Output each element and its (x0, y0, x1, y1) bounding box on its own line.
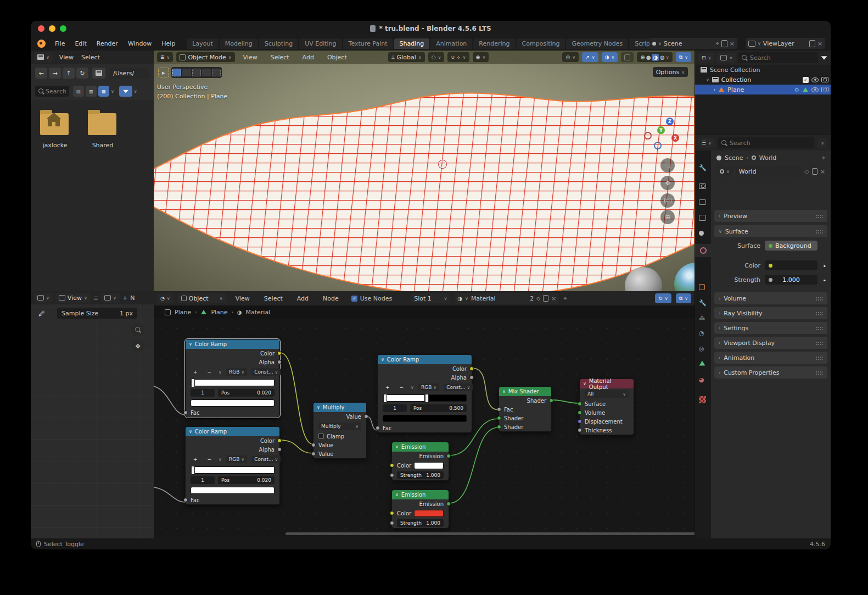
eyedropper-tool-icon[interactable]: 🖉 (38, 310, 45, 318)
camera-view-button[interactable] (660, 193, 675, 208)
vp-menu-object[interactable]: Object (322, 54, 352, 61)
filter-options-chevron[interactable]: ∨ (134, 89, 137, 94)
tab-physics-icon[interactable]: ◔ (699, 330, 707, 338)
move-view-button[interactable]: ✥ (660, 176, 675, 190)
shader-type-dropdown[interactable]: Object ∨ (178, 293, 226, 303)
display-horizontal-list-button[interactable]: ▥ (86, 86, 97, 97)
editor-type-shader[interactable]: ◔∨ (157, 293, 173, 303)
interpolation-dropdown[interactable]: Const...∨ (251, 455, 281, 463)
folder-item-jaxlocke[interactable]: jaxlocke (40, 113, 70, 149)
collapse-icon[interactable]: ∨ (189, 342, 192, 347)
wireframe-plane-mesh[interactable] (154, 51, 695, 291)
horizontal-scrollbar[interactable] (285, 532, 695, 535)
panel-animation[interactable]: ›Animation (714, 352, 827, 364)
add-stop-button[interactable]: + (191, 368, 200, 376)
panel-grip[interactable] (815, 312, 823, 315)
hide-viewport-icon[interactable] (811, 77, 819, 82)
close-window-button[interactable] (38, 25, 44, 32)
surface-shader-button[interactable]: Background (765, 241, 817, 251)
axis-z-ball[interactable]: Z (666, 118, 674, 125)
file-browser-canvas[interactable]: jaxlocke Shared (31, 100, 154, 291)
up-button[interactable]: ↑ (63, 68, 75, 79)
stop-color-swatch[interactable] (383, 415, 467, 422)
color-mode-dropdown[interactable]: RGB∨ (226, 455, 247, 463)
shading-solid-icon[interactable]: ● (646, 54, 651, 60)
transform-orientation-dropdown[interactable]: ⟂ Global ∨ (388, 52, 425, 62)
fb-menu-select[interactable]: Select (80, 54, 101, 61)
se-menu-node[interactable]: Node (318, 295, 344, 302)
shading-wireframe-icon[interactable]: ⊕ (640, 54, 645, 60)
animate-color-dot[interactable]: • (823, 263, 827, 270)
material-name[interactable]: Material (471, 295, 527, 302)
node-color-ramp-1[interactable]: ∨Color Ramp Color Alpha + − ∨ RGB∨ Const… (185, 339, 280, 418)
perspective-toggle-button[interactable]: ⊞ (660, 210, 675, 224)
scene-name[interactable]: Scene (664, 40, 714, 47)
tab-uv-editing[interactable]: UV Editing (299, 38, 341, 49)
color-ramp-gradient[interactable] (191, 466, 275, 474)
sample-size-field[interactable]: Sample Size 1 px (57, 308, 137, 319)
tab-scene-icon[interactable] (699, 230, 707, 238)
ramp-stop-handle[interactable] (191, 466, 195, 475)
fake-user-shield-icon[interactable]: ◇ (536, 296, 540, 301)
editor-type-file-browser[interactable]: ∨ (34, 52, 53, 62)
filter-toggle-button[interactable] (119, 86, 132, 97)
editor-type-outliner[interactable]: ⊟∨ (698, 53, 714, 63)
node-color-ramp-3[interactable]: ∨Color Ramp Color Alpha + − ∨ RGB∨ Const… (377, 354, 472, 433)
color-mode-dropdown[interactable]: RGB∨ (418, 383, 439, 391)
stop-color-swatch[interactable] (191, 399, 275, 407)
color-swatch[interactable] (414, 462, 444, 469)
gizmos-toggle[interactable]: ↗∨ (582, 52, 598, 62)
socket-value-input-1[interactable] (311, 443, 316, 447)
socket-color-input[interactable] (390, 511, 394, 515)
socket-displacement-input[interactable] (578, 419, 582, 424)
socket-fac-input[interactable] (183, 410, 188, 415)
path-field[interactable]: /Users/ (110, 68, 149, 79)
chevron-down-icon[interactable]: ∨ (758, 41, 761, 46)
editor-type-properties[interactable]: ☰∨ (698, 138, 715, 148)
pin-icon[interactable]: ⌖ (716, 40, 719, 47)
snap-dropdown[interactable]: ∪⊹∨ (447, 52, 469, 62)
tab-render-icon[interactable] (699, 183, 707, 192)
display-thumbnails-button[interactable]: ▦ (98, 86, 109, 97)
stop-index-field[interactable]: 1 (191, 476, 215, 484)
tab-output-icon[interactable] (699, 199, 707, 208)
viewlayer-name[interactable]: ViewLayer (763, 40, 807, 47)
node-canvas[interactable]: Plane › Plane › ◑ Material ∨Color Ramp C… (154, 305, 695, 538)
tab-data-icon[interactable] (699, 360, 707, 369)
chevron-down-icon[interactable]: ∨ (666, 55, 669, 60)
node-header[interactable]: ∨Material Output (580, 379, 634, 388)
tweak-tool-button[interactable]: ▸ (158, 68, 169, 77)
select-invert-button[interactable] (202, 69, 211, 76)
se-menu-view[interactable]: View (231, 295, 255, 302)
tab-layout[interactable]: Layout (187, 38, 218, 49)
hide-viewport-icon[interactable] (811, 87, 819, 92)
image-editor[interactable]: ∨ View ∨ ≡ ∨ + N 🖉 Sample Size 1 px ✥ (31, 291, 154, 538)
node-math-multiply[interactable]: ∨Multiply Value Multiply∨ Clamp Value Va… (313, 402, 367, 459)
display-size-chevron[interactable]: ∨ (111, 89, 114, 94)
world-name-field[interactable]: World (736, 166, 802, 177)
viewlayer-selector[interactable]: ∨ ViewLayer × (746, 38, 825, 49)
ramp-stop-handle-active[interactable] (425, 394, 429, 403)
node-header[interactable]: ∨Emission (392, 490, 449, 499)
new-scene-icon[interactable] (721, 40, 727, 47)
node-emission-1[interactable]: ∨Emission Emission Color Strength1.000 (391, 442, 449, 481)
ramp-options-chevron[interactable]: ∨ (219, 370, 222, 375)
tab-shading[interactable]: Shading (394, 38, 430, 49)
node-header[interactable]: ∨Color Ramp (378, 355, 472, 364)
minimize-window-button[interactable] (49, 25, 55, 32)
create-folder-button[interactable] (92, 68, 105, 79)
refresh-button[interactable]: ↻ (76, 68, 88, 79)
socket-value-input-2[interactable] (311, 452, 316, 456)
axis-y-ball[interactable]: Y (657, 126, 665, 134)
socket-thickness-input[interactable] (578, 428, 582, 432)
properties-search-input[interactable] (718, 137, 814, 148)
panel-surface[interactable]: ∨Surface (714, 225, 827, 237)
remove-stop-button[interactable]: − (205, 368, 215, 376)
strength-slider[interactable]: 1.000 (765, 275, 817, 285)
image-datablock-dropdown[interactable]: ∨ (101, 293, 120, 303)
tab-compositing[interactable]: Compositing (517, 38, 565, 49)
add-stop-button[interactable]: + (191, 455, 200, 463)
new-image-button[interactable]: + (122, 294, 127, 302)
socket-shader-input-1[interactable] (497, 416, 501, 420)
zoom-button[interactable] (660, 158, 675, 173)
